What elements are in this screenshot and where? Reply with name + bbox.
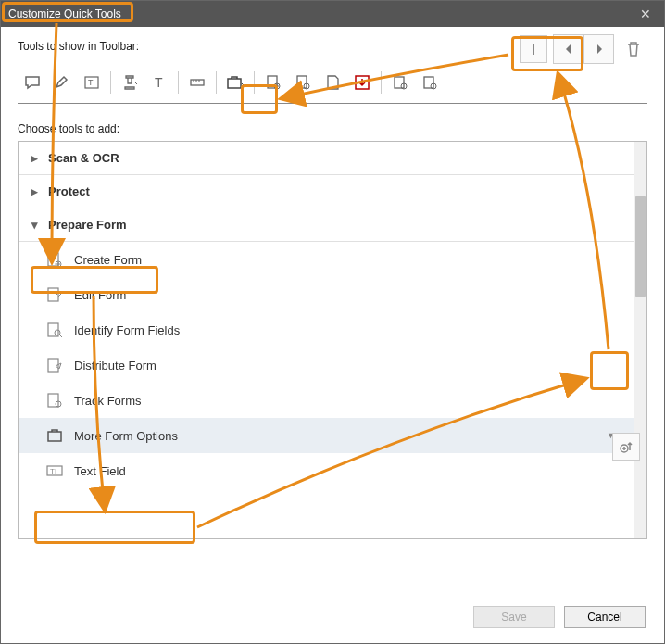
item-more-form-options[interactable]: More Form Options ▼: [19, 418, 634, 453]
button-row: Save Cancel: [473, 606, 646, 628]
protect-icon[interactable]: [389, 71, 411, 94]
scrollbar-thumb[interactable]: [635, 196, 646, 297]
item-track-forms[interactable]: Track Forms: [19, 383, 634, 418]
add-separator-button[interactable]: [520, 35, 547, 63]
toolbar-separator: [216, 71, 217, 94]
svg-text:T: T: [88, 78, 94, 87]
tool-list: ▸ Scan & OCR ▸ Protect ▾ Prepare Form Cr…: [18, 141, 647, 539]
move-nav-group: [553, 34, 614, 64]
move-left-button[interactable]: [554, 35, 583, 63]
section-protect[interactable]: ▸ Protect: [19, 175, 634, 208]
toolbar-separator: [110, 71, 111, 94]
window-title: Customize Quick Tools: [8, 7, 634, 20]
cancel-button[interactable]: Cancel: [564, 606, 646, 628]
caret-down-icon: ▾: [31, 218, 41, 232]
highlight-icon[interactable]: [51, 71, 73, 94]
save-button: Save: [473, 606, 555, 628]
caret-right-icon: ▸: [31, 151, 41, 165]
text-icon[interactable]: T: [148, 71, 170, 94]
svg-rect-11: [395, 77, 404, 88]
svg-rect-8: [297, 76, 307, 88]
section-label: Prepare Form: [48, 218, 127, 232]
item-label: Identify Form Fields: [74, 323, 180, 337]
svg-rect-13: [424, 77, 433, 88]
item-identify-fields[interactable]: Identify Form Fields: [19, 312, 634, 347]
item-label: Distribute Form: [74, 359, 157, 373]
choose-label: Choose tools to add:: [18, 122, 647, 135]
comment-icon[interactable]: [21, 71, 44, 94]
side-add-panel: [612, 433, 640, 461]
section-prepare-form[interactable]: ▾ Prepare Form: [19, 208, 634, 242]
caret-right-icon: ▸: [31, 184, 41, 198]
move-right-button[interactable]: [583, 35, 613, 63]
separator-icon: [527, 43, 540, 56]
svg-rect-21: [48, 394, 58, 407]
measure-icon[interactable]: [186, 71, 208, 94]
toolbar-area: Tools to show in Toolbar: T: [18, 40, 647, 104]
svg-rect-23: [48, 432, 61, 441]
close-icon[interactable]: ✕: [634, 6, 657, 21]
item-label: Track Forms: [74, 394, 141, 408]
section-label: Scan & OCR: [48, 151, 119, 165]
item-create-form[interactable]: Create Form: [19, 242, 634, 277]
item-label: Text Field: [74, 464, 126, 478]
toolbar-controls: [520, 34, 647, 64]
download-icon[interactable]: [351, 71, 373, 94]
item-label: More Form Options: [74, 429, 178, 443]
svg-text:TI: TI: [50, 467, 56, 475]
page-icon[interactable]: [321, 71, 344, 94]
add-up-icon: [619, 439, 634, 454]
section-label: Protect: [48, 184, 90, 198]
delete-button[interactable]: [620, 35, 647, 63]
item-label: Edit Form: [74, 288, 126, 302]
briefcase-icon: [46, 427, 63, 444]
svg-rect-4: [191, 80, 204, 85]
form-track-icon: [46, 392, 63, 409]
briefcase-icon[interactable]: [224, 71, 246, 94]
add-up-button[interactable]: [612, 433, 640, 461]
form-send-icon: [46, 357, 63, 373]
toolbar-separator: [254, 71, 255, 94]
dialog-content: Tools to show in Toolbar: T: [1, 27, 664, 552]
text-field-icon: TI: [46, 462, 63, 479]
svg-rect-0: [533, 44, 534, 55]
toolbar-row: T T: [18, 60, 647, 103]
toolbar-underline: [18, 103, 647, 104]
item-distribute-form[interactable]: Distribute Form: [19, 347, 634, 383]
section-scan-ocr[interactable]: ▸ Scan & OCR: [19, 142, 634, 175]
caret-left-icon: [564, 44, 573, 55]
svg-text:T: T: [155, 75, 163, 90]
toolbar-separator: [381, 71, 382, 94]
form-edit-icon: [46, 286, 63, 303]
svg-rect-5: [228, 79, 241, 88]
list-body: ▸ Scan & OCR ▸ Protect ▾ Prepare Form Cr…: [19, 142, 634, 538]
doc-gear-icon[interactable]: [292, 71, 314, 94]
toolbar-separator: [178, 71, 179, 94]
scrollbar[interactable]: [634, 142, 646, 538]
item-label: Create Form: [74, 253, 142, 267]
titlebar: Customize Quick Tools ✕: [1, 1, 664, 27]
stamp-icon[interactable]: [119, 71, 141, 94]
text-box-icon[interactable]: T: [81, 71, 103, 94]
tools-gear-icon[interactable]: [419, 71, 441, 94]
form-plus-icon: [46, 251, 63, 268]
item-edit-form[interactable]: Edit Form: [19, 277, 634, 312]
item-text-field[interactable]: TI Text Field: [19, 453, 634, 488]
form-search-icon: [46, 322, 63, 338]
doc-plus-icon[interactable]: [262, 71, 284, 94]
caret-right-icon: [595, 44, 604, 55]
trash-icon: [626, 41, 641, 57]
